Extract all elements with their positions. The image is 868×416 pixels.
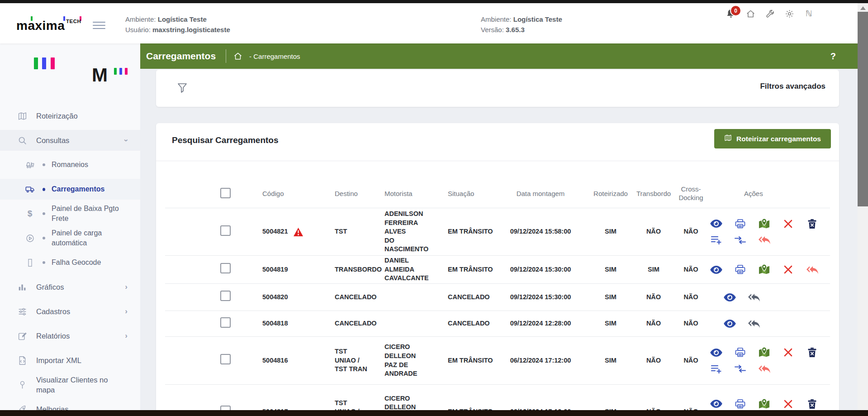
breadcrumb-home-icon[interactable] — [233, 52, 242, 61]
sidebar-item-roteirizacao[interactable]: Roteirização — [0, 105, 140, 126]
sidebar-item-painel-de-baixa-pgto-frete[interactable]: $Painel de Baixa Pgto Frete — [0, 203, 140, 224]
print-icon[interactable] — [734, 264, 746, 275]
settings-gear-icon[interactable] — [784, 8, 795, 19]
geocode-icon — [25, 258, 35, 268]
print-icon[interactable] — [734, 399, 746, 409]
filter-funnel-icon[interactable] — [178, 83, 187, 95]
route-map-icon[interactable] — [758, 264, 770, 275]
sidebar-item-romaneios[interactable]: Romaneios — [0, 154, 140, 175]
table-cell: NÃO — [672, 227, 710, 236]
delete-icon[interactable] — [806, 399, 818, 409]
delete-icon[interactable] — [806, 347, 818, 358]
add-note-icon[interactable] — [710, 235, 722, 245]
route-loads-button[interactable]: Roteirizar carregamentos — [714, 129, 831, 148]
revert-gray-icon[interactable] — [748, 319, 760, 329]
usuario-value: maxstring.logisticateste — [152, 26, 230, 33]
sidebar-item-carregamentos[interactable]: Carregamentos — [0, 179, 140, 200]
row-checkbox[interactable] — [220, 317, 231, 328]
notifications-bell-icon[interactable]: 0 — [726, 8, 736, 19]
table-cell: 09/12/2024 15:30:00 — [495, 293, 586, 302]
sidebar-item-label: Visualizar Clientes no mapa — [36, 375, 123, 395]
breadcrumb: - Carregamentos — [249, 53, 300, 60]
column-header-situacao: Situação — [439, 190, 495, 197]
print-icon[interactable] — [734, 347, 746, 358]
cancel-icon[interactable] — [782, 347, 794, 358]
sidebar-logo-minibar-pink — [125, 68, 128, 75]
filters-card: Filtros avançados — [156, 70, 839, 107]
sidebar-item-consultas[interactable]: Consultas› — [0, 130, 140, 151]
ambiente-label: Ambiente: — [125, 15, 156, 23]
sidebar-item-graficos[interactable]: Gráficos› — [0, 277, 140, 297]
home-icon[interactable] — [745, 8, 756, 19]
route-map-icon[interactable] — [758, 347, 770, 358]
scrollbar-thumb[interactable] — [858, 12, 868, 206]
view-icon[interactable] — [710, 399, 722, 409]
sidebar-item-cadastros[interactable]: Cadastros› — [0, 301, 140, 322]
table-cell: 06/12/2024 17:12:00 — [495, 356, 586, 365]
cancel-icon[interactable] — [782, 219, 794, 229]
sidebar-toggle-button[interactable] — [93, 22, 105, 31]
table-cell: TST UNIAO / TST TRAN — [314, 347, 369, 374]
app-n-icon[interactable]: ℕ — [803, 8, 814, 19]
sidebar-item-relatorios[interactable]: Relatórios› — [0, 325, 140, 346]
table-cell: CICERO DELLEON PAZ DE ANDRADE — [369, 343, 439, 378]
edit-icon — [17, 331, 27, 341]
table-cell: SIM — [586, 227, 636, 236]
ambiente2-value: Logística Teste — [513, 15, 562, 23]
print-icon[interactable] — [734, 219, 746, 229]
window-top-strip — [0, 0, 868, 3]
pin-icon — [17, 380, 27, 390]
table-cell: 09/12/2024 15:58:00 — [495, 227, 586, 236]
table-cell: TRANSBORDO — [314, 265, 369, 274]
logo-tick-indigo — [63, 16, 65, 21]
view-icon[interactable] — [710, 264, 722, 275]
sidebar-item-visualizar-clientes-no-mapa[interactable]: Visualizar Clientes no mapa — [0, 374, 140, 395]
merge-icon[interactable] — [734, 235, 746, 245]
delete-icon[interactable] — [806, 219, 818, 229]
table-row: 5004819TRANSBORDODANIEL ALMEIDA CAVALCAN… — [165, 256, 830, 284]
table-row: 5004820CANCELADOCANCELADO09/12/2024 15:3… — [165, 284, 830, 311]
bullet-icon — [43, 188, 45, 191]
help-button[interactable]: ? — [830, 51, 836, 62]
view-icon[interactable] — [710, 347, 722, 358]
load-code: 5004816 — [262, 356, 288, 365]
revert-red-icon[interactable] — [806, 264, 818, 275]
revert-red-icon[interactable] — [758, 363, 770, 374]
column-header-destino: Destino — [314, 190, 369, 197]
select-all-checkbox[interactable] — [220, 188, 231, 198]
add-note-icon[interactable] — [710, 363, 722, 374]
logo-tick-green — [31, 16, 33, 21]
forklift-icon — [25, 160, 35, 170]
revert-gray-icon[interactable] — [748, 292, 760, 302]
versao-label: Versão: — [481, 26, 504, 33]
cancel-icon[interactable] — [782, 399, 794, 409]
warning-icon[interactable] — [294, 228, 303, 236]
scrollbar-up-arrow-icon[interactable] — [860, 6, 866, 10]
tools-wrench-icon[interactable] — [764, 8, 775, 19]
row-checkbox[interactable] — [220, 291, 231, 301]
table-cell: EM TRÂNSITO — [439, 227, 495, 236]
sidebar-logo-bar-green — [34, 57, 38, 69]
sidebar-item-falha-geocode[interactable]: Falha Geocode — [0, 252, 140, 273]
view-icon[interactable] — [710, 219, 722, 229]
table-cell: SIM — [586, 293, 636, 302]
row-checkbox[interactable] — [220, 263, 231, 273]
row-checkbox[interactable] — [220, 354, 231, 364]
advanced-filters-link[interactable]: Filtros avançados — [760, 82, 825, 91]
view-icon[interactable] — [724, 292, 736, 302]
sidebar-item-importar-xml[interactable]: Importar XML — [0, 350, 140, 371]
view-icon[interactable] — [724, 319, 736, 329]
route-map-icon[interactable] — [758, 219, 770, 229]
sidebar-item-label: Cadastros — [36, 306, 123, 316]
maximatech-logo: maxima TECH — [16, 17, 65, 35]
sidebar-item-label: Falha Geocode — [52, 258, 123, 268]
window-scrollbar[interactable] — [858, 3, 868, 410]
cancel-icon[interactable] — [782, 264, 794, 275]
window-bottom-strip — [0, 410, 868, 416]
revert-red-icon[interactable] — [758, 235, 770, 245]
sidebar-item-painel-de-carga-automatica[interactable]: Painel de carga automática — [0, 228, 140, 249]
dollar-icon: $ — [25, 209, 35, 219]
route-map-icon[interactable] — [758, 399, 770, 409]
row-checkbox[interactable] — [220, 225, 231, 236]
merge-icon[interactable] — [734, 363, 746, 374]
